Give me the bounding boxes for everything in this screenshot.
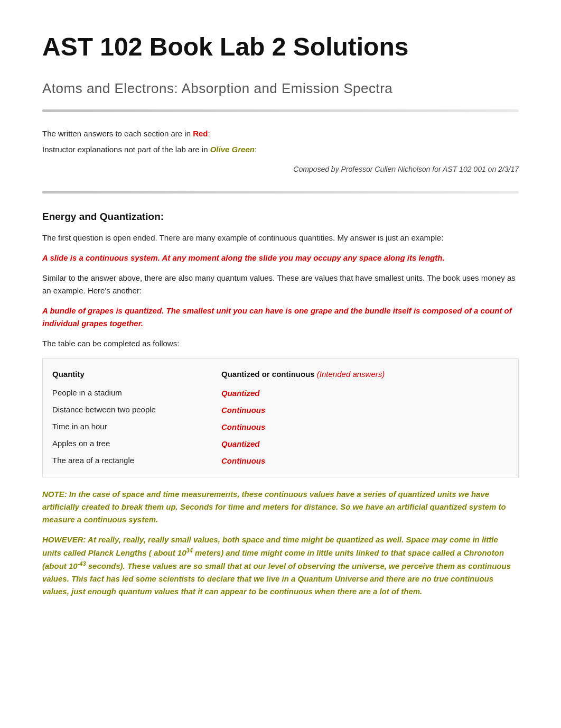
section1-paragraph2: Similar to the answer above, there are a… [42, 272, 519, 297]
intro-section: The written answers to each section are … [42, 123, 519, 180]
table-row: Time in an hour Continuous [52, 419, 509, 436]
table-row: The area of a rectangle Continuous [52, 453, 509, 469]
quantity-table: Quantity Quantized or continuous (Intend… [42, 358, 519, 477]
table-header-quantity: Quantity [52, 368, 221, 381]
bottom-divider [42, 191, 519, 193]
section1-note1: NOTE: In the case of space and time meas… [42, 488, 519, 526]
page-title: AST 102 Book Lab 2 Solutions [42, 32, 519, 62]
section1-answer1: A slide is a continuous system. At any m… [42, 252, 519, 264]
section1-title: Energy and Quantization: [42, 209, 519, 225]
table-cell-type-2: Continuous [221, 421, 509, 434]
table-header-row: Quantity Quantized or continuous (Intend… [52, 366, 509, 383]
instructor-line: Instructor explanations not part of the … [42, 144, 519, 156]
table-header-intended-label: (Intended answers) [317, 370, 385, 379]
composed-by-text: Composed by Professor Cullen Nicholson f… [42, 164, 519, 175]
instructor-label: Olive Green [210, 145, 255, 154]
table-cell-type-1: Continuous [221, 404, 509, 417]
table-cell-type-3: Quantized [221, 438, 509, 450]
section1-paragraph3: The table can be completed as follows: [42, 337, 519, 350]
table-row: People in a stadium Quantized [52, 385, 509, 402]
table-header-type-label: Quantized or continuous [221, 370, 315, 379]
written-answers-prefix: The written answers to each section are … [42, 129, 193, 138]
section1-note2: HOWEVER: At really, really, really small… [42, 533, 519, 598]
table-header-type: Quantized or continuous (Intended answer… [221, 368, 509, 381]
written-answers-suffix: : [208, 129, 210, 138]
table-cell-type-4: Continuous [221, 455, 509, 467]
table-cell-quantity-1: Distance between two people [52, 404, 221, 417]
instructor-suffix: : [255, 145, 257, 154]
page-subtitle: Atoms and Electrons: Absorption and Emis… [42, 78, 519, 99]
table-cell-type-0: Quantized [221, 387, 509, 400]
section1-answer2: A bundle of grapes is quantized. The sma… [42, 305, 519, 330]
table-cell-quantity-0: People in a stadium [52, 387, 221, 400]
table-cell-quantity-2: Time in an hour [52, 421, 221, 434]
written-answers-line: The written answers to each section are … [42, 128, 519, 140]
instructor-prefix: Instructor explanations not part of the … [42, 145, 210, 154]
table-row: Distance between two people Continuous [52, 402, 509, 419]
table-cell-quantity-3: Apples on a tree [52, 438, 221, 450]
table-cell-quantity-4: The area of a rectangle [52, 455, 221, 467]
written-answers-label: Red [193, 129, 208, 138]
top-divider [42, 109, 519, 112]
table-row: Apples on a tree Quantized [52, 436, 509, 453]
section1-paragraph1: The first question is open ended. There … [42, 232, 519, 244]
